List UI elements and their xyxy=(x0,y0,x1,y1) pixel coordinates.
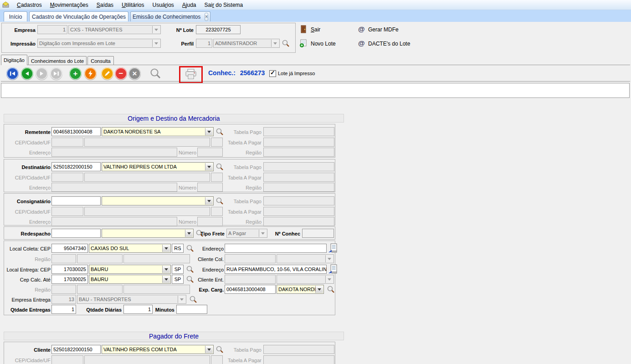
party-code-input[interactable]: 52501822000150 xyxy=(51,345,101,354)
party-code-input[interactable]: 52501822000150 xyxy=(51,162,101,171)
entrega-cidade-combo[interactable]: BAURU xyxy=(89,265,171,274)
chevron-down-icon[interactable] xyxy=(162,245,170,252)
post-button[interactable] xyxy=(84,67,97,80)
party-code-input[interactable] xyxy=(51,196,101,205)
search-icon[interactable] xyxy=(327,285,335,293)
exp-carg-combo[interactable]: DAKOTA NORDES xyxy=(277,285,324,294)
endereco-input xyxy=(51,217,177,226)
gerar-mdfe-button[interactable]: Gerar MDFe xyxy=(368,26,399,33)
cep-calc-input[interactable]: 17030025 xyxy=(51,275,88,284)
menu-item-cadastros[interactable]: Cadastros xyxy=(13,0,46,10)
observation-text-area[interactable] xyxy=(1,83,630,98)
add-button[interactable]: + xyxy=(69,67,82,80)
chevron-down-icon[interactable] xyxy=(205,197,213,205)
search-button[interactable] xyxy=(149,67,161,80)
exp-carg-code-input[interactable]: 00465813000408 xyxy=(225,285,276,294)
sair-button[interactable]: Sair xyxy=(311,26,320,33)
at-icon[interactable]: @ xyxy=(358,25,365,33)
conhec-value: 2566273 xyxy=(240,69,265,77)
cep-calc-uf-input[interactable]: SP xyxy=(172,275,184,284)
n-conhec-label: Nº Conhec xyxy=(271,229,300,238)
party-name-combo[interactable]: DAKOTA NORDESTE SA xyxy=(102,127,214,136)
chevron-down-icon[interactable] xyxy=(162,266,170,273)
tipo-frete-text: A Pagar xyxy=(228,231,246,236)
new-lote-icon[interactable] xyxy=(299,39,308,48)
chevron-down-icon[interactable] xyxy=(205,128,213,135)
endereco-entrega-label: Endereço xyxy=(195,265,224,274)
close-icon[interactable]: × xyxy=(205,13,208,21)
menu-item-saidas[interactable]: Saídas xyxy=(92,0,118,10)
cliente-ent-input xyxy=(225,275,276,284)
cep-calc-cidade-text: BAURU xyxy=(91,277,108,282)
redespacho-code-input[interactable] xyxy=(51,229,101,238)
menu-item-ajuda[interactable]: Ajuda xyxy=(178,0,200,10)
origem-destino-section-title: Origem e Destino da Mercadoria xyxy=(4,114,344,123)
lote-number-input[interactable]: 223207725 xyxy=(196,25,241,34)
subtab-digitacao[interactable]: Digitação xyxy=(1,55,27,65)
cep-cidade-uf-label: CEP/Cidade/UF xyxy=(5,173,51,182)
empresa-name-text: CXS - TRANSPORTES xyxy=(70,27,123,32)
menu-item-movimentacoes[interactable]: Movimentações xyxy=(46,0,92,10)
address-lookup-icon[interactable] xyxy=(328,264,339,275)
door-icon[interactable] xyxy=(300,25,308,34)
perfil-combo: ADMINISTRADOR xyxy=(213,39,280,48)
dactes-do-lote-button[interactable]: DACTE's do Lote xyxy=(368,41,410,47)
menu-item-sair-do-sistema[interactable]: Sair do Sistema xyxy=(200,0,247,10)
entrega-cep-input[interactable]: 17030025 xyxy=(51,265,88,274)
subtab-consulta[interactable]: Consulta xyxy=(87,56,114,65)
subtab-conhecimentos-do-lote[interactable]: Conhecimentos do Lote xyxy=(28,56,87,65)
lote-ja-impresso-label: Lote já Impresso xyxy=(278,71,315,76)
coleta-cidade-combo[interactable]: CAXIAS DO SUL xyxy=(89,244,171,253)
chevron-down-icon[interactable] xyxy=(315,286,323,293)
last-record-button[interactable] xyxy=(50,67,62,80)
search-icon[interactable] xyxy=(282,39,290,47)
tab-cadastro-vinculacao[interactable]: Cadastro de Vinculação de Operações xyxy=(29,11,128,21)
cep-calc-cidade-combo[interactable]: BAURU xyxy=(89,275,171,284)
party-name-combo[interactable]: VALTINHO REPRES COM LTDA xyxy=(102,345,214,354)
qtdade-diarias-input[interactable]: 1 xyxy=(123,305,153,314)
subtab-label: Consulta xyxy=(91,58,110,64)
lote-ja-impresso-checkbox[interactable] xyxy=(269,70,276,77)
next-record-button[interactable] xyxy=(36,67,48,80)
menu-item-usuarios[interactable]: Usuários xyxy=(148,0,178,10)
endereco-input xyxy=(51,183,177,192)
party-name-combo[interactable]: VALTINHO REPRES COM LTDA xyxy=(102,162,214,171)
delete-button[interactable]: − xyxy=(115,67,127,80)
chevron-down-icon[interactable] xyxy=(205,346,213,353)
numero-label: Número xyxy=(178,217,196,226)
minutos-input[interactable] xyxy=(176,305,207,314)
coleta-uf-input[interactable]: RS xyxy=(172,244,184,253)
endereco-coleta-input[interactable] xyxy=(225,244,327,253)
endereco-entrega-input[interactable]: RUA PERNAMBUCO, 10-56, VILA CORALINA xyxy=(225,265,327,274)
search-icon[interactable] xyxy=(186,265,194,273)
cancel-button[interactable]: × xyxy=(128,67,141,80)
party-code-input[interactable]: 00465813000408 xyxy=(51,127,101,136)
address-lookup-icon[interactable] xyxy=(328,243,339,254)
minus-icon: − xyxy=(119,70,123,77)
tab-inicio[interactable]: Início xyxy=(4,11,27,21)
menu-item-utilitarios[interactable]: Utilitários xyxy=(118,0,148,10)
search-icon[interactable] xyxy=(189,295,197,303)
entrega-uf-input[interactable]: SP xyxy=(172,265,184,274)
print-button[interactable] xyxy=(184,68,198,81)
chevron-down-icon[interactable] xyxy=(205,163,213,170)
coleta-cep-input[interactable]: 95047340 xyxy=(51,244,88,253)
at-icon[interactable]: @ xyxy=(358,39,365,47)
tab-emissao-conhecimentos[interactable]: Emissão de Conhecimentos × xyxy=(130,11,210,21)
chevron-down-icon[interactable] xyxy=(162,276,170,283)
novo-lote-button[interactable]: Novo Lote xyxy=(311,41,336,47)
first-record-button[interactable] xyxy=(6,67,19,80)
chevron-down-icon[interactable] xyxy=(185,230,193,237)
tipo-frete-label: Tipo Frete xyxy=(195,229,225,238)
qtdade-entregas-input[interactable]: 1 xyxy=(51,305,76,314)
impressao-label: Impressão xyxy=(4,39,36,48)
impressao-combo: Digitação com Impressão em Lote xyxy=(37,39,161,48)
edit-button[interactable] xyxy=(101,67,113,80)
chevron-down-icon xyxy=(271,40,279,47)
tabela-pago-label: Tabela Pago xyxy=(218,345,262,354)
search-icon[interactable] xyxy=(186,244,194,252)
party-name-combo[interactable] xyxy=(102,196,214,205)
redespacho-combo[interactable] xyxy=(102,229,194,238)
previous-record-button[interactable] xyxy=(21,67,33,80)
n-conhec-input[interactable] xyxy=(302,229,334,238)
